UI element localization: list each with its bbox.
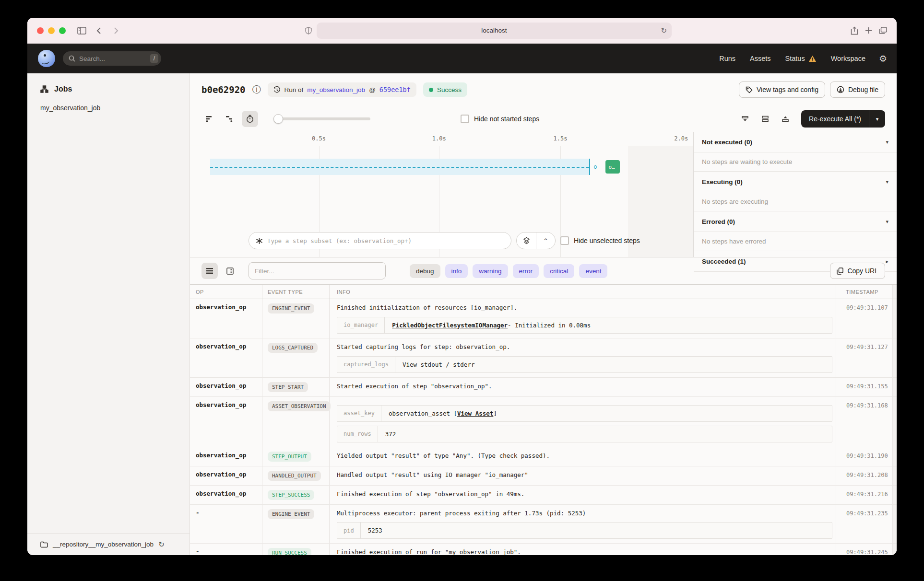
success-dot (429, 88, 433, 92)
event-type-tag: HANDLED_OUTPUT (268, 471, 321, 481)
log-row[interactable]: observation_opSTEP_SUCCESSFinished execu… (190, 486, 897, 505)
run-status-badge: Success (423, 82, 467, 97)
log-level-pill-event[interactable]: event (579, 264, 607, 278)
chrome-right-buttons (851, 26, 887, 35)
event-type-cell: STEP_SUCCESS (262, 486, 329, 504)
event-type-cell: STEP_START (262, 378, 329, 396)
layers-icon[interactable] (517, 232, 536, 249)
nav-link-status[interactable]: Status (785, 55, 817, 62)
timed-view-icon[interactable] (242, 111, 258, 127)
flat-view-icon[interactable] (201, 111, 218, 127)
nav-link-workspace[interactable]: Workspace (831, 55, 865, 62)
metadata-link[interactable]: View Asset (457, 410, 493, 417)
log-level-pill-debug[interactable]: debug (410, 264, 440, 278)
log-row[interactable]: -ENGINE_EVENTMultiprocess executor: pare… (190, 505, 897, 544)
log-row[interactable]: observation_opSTEP_OUTPUTYielded output … (190, 447, 897, 466)
zoom-window-button[interactable] (59, 27, 66, 34)
timestamp-cell: 09:49:31.208 (840, 466, 897, 485)
info-text: Finished execution of run for "my_observ… (337, 548, 832, 555)
snapshot-link[interactable]: 659ee1bf (379, 86, 411, 93)
zoom-out-fit-icon[interactable] (737, 111, 753, 127)
metadata-text: observation_asset [ (389, 410, 457, 417)
log-level-pill-critical[interactable]: critical (544, 264, 574, 278)
nav-link-runs[interactable]: Runs (719, 55, 735, 62)
close-window-button[interactable] (37, 27, 44, 34)
back-button[interactable] (92, 24, 106, 37)
info-icon[interactable]: ⓘ (252, 84, 261, 95)
status-section-body: No steps are executing (694, 192, 897, 211)
log-row[interactable]: observation_opLOGS_CAPTUREDStarted captu… (190, 338, 897, 378)
info-cell: asset_keyobservation_asset [View Asset]n… (329, 397, 840, 447)
log-level-pill-warning[interactable]: warning (473, 264, 508, 278)
minimize-window-button[interactable] (48, 27, 55, 34)
op-cell: observation_op (190, 338, 262, 377)
search-input[interactable] (79, 55, 146, 62)
hide-unselected-checkbox[interactable] (560, 236, 569, 245)
hide-unselected-toggle[interactable]: Hide unselected steps (560, 236, 640, 245)
gantt-step-marker: o (593, 163, 597, 170)
view-tags-config-button[interactable]: View tags and config (739, 81, 825, 98)
copy-icon (837, 267, 843, 275)
collapse-query-caret[interactable]: ^ (536, 232, 555, 249)
status-section-header[interactable]: Errored (0) ▾ (694, 211, 897, 232)
log-row[interactable]: observation_opENGINE_EVENTFinished initi… (190, 299, 897, 338)
step-subset-input-wrap[interactable] (249, 232, 511, 249)
collapse-icon[interactable] (777, 111, 794, 127)
waterfall-view-icon[interactable] (222, 111, 238, 127)
repository-footer: __repository__my_observation_job ↻ (27, 533, 190, 555)
hide-not-started-checkbox[interactable] (461, 115, 469, 123)
download-icon (837, 86, 844, 93)
address-bar[interactable]: localhost ↻ (317, 23, 672, 39)
metadata-link[interactable]: PickledObjectFilesystemIOManager (392, 322, 508, 329)
global-search[interactable]: / (63, 51, 161, 66)
metadata-key: captured_logs (337, 357, 395, 372)
status-section-header[interactable]: Not executed (0) ▾ (694, 132, 897, 152)
debug-file-button[interactable]: Debug file (830, 81, 885, 98)
new-tab-icon[interactable] (865, 27, 872, 34)
sidebar-item-job[interactable]: my_observation_job (27, 104, 190, 112)
settings-gear-icon[interactable]: ⚙ (879, 53, 887, 64)
nav-links: Runs Assets Status Workspace (719, 55, 865, 62)
step-subset-input[interactable] (267, 237, 504, 244)
expand-all-icon[interactable] (757, 111, 773, 127)
copy-url-button[interactable]: Copy URL (830, 263, 885, 279)
status-section-header[interactable]: Executing (0) ▾ (694, 172, 897, 192)
structured-log-view-icon[interactable] (222, 263, 238, 279)
job-link[interactable]: my_observation_job (307, 86, 365, 93)
gantt-toolbar: Hide not started steps (190, 106, 897, 132)
metadata-box: io_managerPickledObjectFilesystemIOManag… (337, 317, 832, 334)
stream-log-view-icon[interactable] (201, 263, 218, 279)
at-symbol: @ (369, 86, 376, 93)
log-filter-input[interactable] (249, 262, 386, 279)
tab-overview-icon[interactable] (879, 27, 887, 34)
log-row[interactable]: observation_opHANDLED_OUTPUTHandled outp… (190, 466, 897, 486)
zoom-slider[interactable] (274, 117, 370, 120)
log-table-header: OP EVENT TYPE INFO TIMESTAMP (190, 285, 897, 299)
op-cell: observation_op (190, 486, 262, 504)
hide-not-started-toggle[interactable]: Hide not started steps (461, 115, 539, 123)
privacy-shield-icon[interactable] (305, 27, 312, 35)
reload-repository-icon[interactable]: ↻ (158, 540, 165, 549)
status-section-title: Executing (0) (702, 178, 743, 186)
sidebar-title-row: Jobs (27, 85, 190, 93)
log-row[interactable]: observation_opASSET_OBSERVATIONasset_key… (190, 397, 897, 447)
reexecute-caret-button[interactable]: ▾ (869, 110, 885, 128)
log-level-pill-info[interactable]: info (445, 264, 468, 278)
forward-button[interactable] (109, 24, 123, 37)
url-text: localhost (481, 27, 507, 34)
zoom-slider-thumb[interactable] (273, 114, 283, 124)
sidebar-toggle-icon[interactable] (74, 24, 89, 37)
log-row[interactable]: observation_opSTEP_STARTStarted executio… (190, 378, 897, 397)
event-type-tag: ASSET_OBSERVATION (268, 401, 331, 411)
nav-link-assets[interactable]: Assets (750, 55, 771, 62)
gantt-step-box[interactable]: o… (605, 160, 620, 174)
info-cell: Multiprocess executor: parent process ex… (329, 505, 840, 544)
share-icon[interactable] (851, 26, 858, 35)
timestamp-cell: 09:49:31.235 (840, 505, 897, 544)
log-level-pill-error[interactable]: error (513, 264, 539, 278)
reexecute-all-button[interactable]: Re-execute All (*) (801, 110, 869, 128)
dagster-logo[interactable] (38, 50, 55, 67)
reload-icon[interactable]: ↻ (661, 26, 667, 35)
log-row[interactable]: -RUN_SUCCESSFinished execution of run fo… (190, 544, 897, 555)
caret-icon: ▾ (886, 219, 888, 225)
